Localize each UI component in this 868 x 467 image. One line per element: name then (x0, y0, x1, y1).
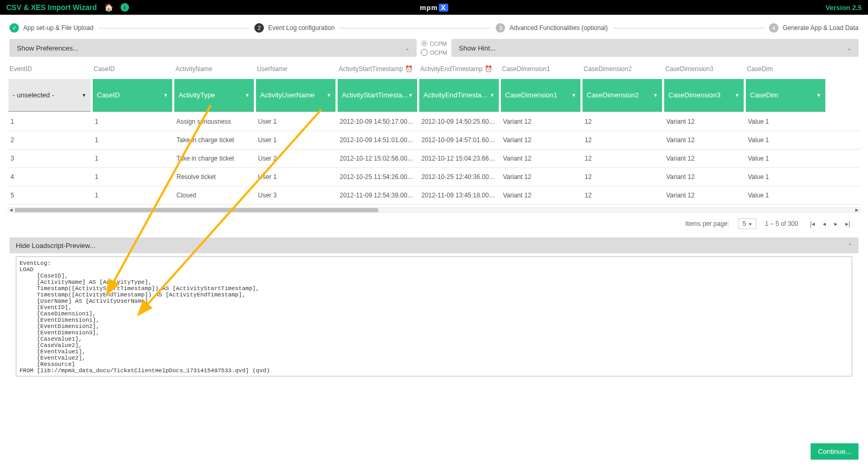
topbar: CSV & XES Import Wizard 🏠 i mpmX Version… (0, 0, 868, 15)
cell: Variant 12 (500, 150, 581, 167)
cell: 12 (581, 168, 663, 186)
cell: 1 (92, 186, 173, 204)
step-2-label: Event Log configuration (268, 24, 334, 32)
table-row: 51ClosedUser 32012-11-09 12:54:39.000000… (7, 186, 861, 205)
chevron-down-icon: ▼ (327, 93, 331, 98)
ocpm-radio[interactable]: OCPM (421, 49, 447, 56)
map-select-start[interactable]: ActivityStartTimesta...▼ (338, 79, 417, 112)
page-range: 1 – 5 of 300 (765, 220, 798, 227)
step-4-label: Generate App & Load Data (783, 24, 859, 32)
map-select-cd3[interactable]: CaseDimension3▼ (664, 79, 744, 112)
step-1-label: App set-up & File Upload (23, 24, 93, 32)
scrollbar-thumb[interactable] (15, 208, 378, 212)
cell: Variant 12 (500, 113, 581, 131)
horizontal-scrollbar[interactable]: ◄ ► (7, 207, 861, 213)
prev-page-icon[interactable]: ◂ (823, 220, 826, 227)
col-cd1: CaseDimension1 (500, 62, 581, 76)
map-select-end[interactable]: ActivityEndTimesta...▼ (419, 79, 499, 112)
col-username: UserName (255, 62, 337, 76)
map-select-activitytype[interactable]: ActivityType▼ (174, 79, 254, 112)
items-per-page-select[interactable]: 5▾ (738, 218, 757, 229)
info-icon[interactable]: i (121, 3, 129, 12)
cell: Variant 12 (663, 131, 745, 149)
show-hint-select[interactable]: Show Hint... ⌄ (451, 39, 859, 57)
cell: 2012-10-09 14:50:17.000000000 (337, 113, 418, 131)
chevron-up-icon: ⌃ (848, 243, 852, 249)
column-headers: EventID CaseID ActivityName UserName Act… (7, 62, 861, 78)
cell: Variant 12 (663, 150, 745, 167)
cell: 1 (92, 168, 173, 186)
step-1[interactable]: ✓App set-up & File Upload (9, 23, 93, 33)
chevron-down-icon: ⌄ (847, 45, 851, 51)
col-caseid: CaseID (92, 62, 173, 76)
show-hint-label: Show Hint... (459, 44, 496, 52)
loadscript-preview[interactable]: EventLog: LOAD [CaseID], [ActivityName] … (16, 256, 852, 376)
cell: 2012-10-09 14:51:01.000000000 (337, 131, 418, 149)
cell: 2012-11-09 13:45:18.000000000 (418, 186, 500, 204)
next-page-icon[interactable]: ▸ (834, 220, 837, 227)
prefs-row: Show Preferences... ⌄ CCPM OCPM Show Hin… (0, 39, 868, 62)
data-rows: 11Assign seriousnessUser 12012-10-09 14:… (7, 113, 861, 205)
table-row: 41Resolve ticketUser 12012-10-25 11:54:2… (7, 168, 861, 186)
loadscript-toggle-label: Hide Loadscript-Preview... (16, 242, 95, 250)
scroll-right-icon[interactable]: ► (854, 207, 860, 213)
chevron-down-icon: ▼ (408, 93, 413, 98)
map-select-cd2[interactable]: CaseDimension2▼ (583, 79, 662, 112)
scroll-left-icon[interactable]: ◄ (8, 207, 14, 213)
cell: User 2 (255, 150, 337, 167)
cell: 1 (7, 113, 92, 131)
step-2-num: 2 (254, 23, 264, 33)
col-activityname: ActivityName (173, 62, 255, 76)
table-row: 21Take in charge ticketUser 12012-10-09 … (7, 131, 861, 150)
step-2[interactable]: 2Event Log configuration (254, 23, 334, 33)
logo-text: mpm (420, 4, 438, 12)
stepper-line (340, 28, 490, 28)
map-select-username[interactable]: ActivityUserName▼ (256, 79, 336, 112)
chevron-down-icon: ▾ (749, 221, 752, 227)
col-cd2: CaseDimension2 (581, 62, 663, 76)
first-page-icon[interactable]: |◂ (810, 220, 815, 227)
cell: Variant 12 (663, 186, 745, 204)
chevron-down-icon: ▼ (163, 93, 168, 98)
show-preferences-select[interactable]: Show Preferences... ⌄ (9, 39, 417, 57)
ccpm-radio[interactable]: CCPM (421, 40, 447, 47)
loadscript-toggle[interactable]: Hide Loadscript-Preview... ⌃ (9, 237, 859, 253)
check-icon: ✓ (9, 23, 19, 33)
cell: 2012-10-25 11:54:26.000000000 (337, 168, 418, 186)
cell: Value 1 (745, 186, 826, 204)
mapping-selects: - unselected -▼ CaseID▼ ActivityType▼ Ac… (7, 78, 861, 113)
stepper: ✓App set-up & File Upload 2Event Log con… (0, 15, 868, 39)
cell: 2 (7, 131, 92, 149)
cell: Value 1 (745, 113, 826, 131)
home-icon[interactable]: 🏠 (104, 3, 113, 12)
step-3[interactable]: 3Advanced Functionalities (optional) (496, 23, 608, 33)
pager: Items per page: 5▾ 1 – 5 of 300 |◂ ◂ ▸ ▸… (0, 213, 868, 234)
cell: 12 (581, 113, 663, 131)
chevron-down-icon: ▼ (653, 93, 658, 98)
chevron-down-icon: ▼ (82, 93, 86, 98)
last-page-icon[interactable]: ▸| (845, 220, 850, 227)
chevron-down-icon: ▼ (571, 93, 576, 98)
col-start: ActivityStartTimestamp⏰ (337, 62, 418, 76)
items-per-page-label: Items per page: (685, 220, 729, 227)
cell: Closed (173, 186, 255, 204)
step-4[interactable]: 4Generate App & Load Data (769, 23, 859, 33)
version-label: Version 2.5 (825, 4, 862, 12)
cell: Variant 12 (663, 168, 745, 186)
map-select-cd4[interactable]: CaseDim▼ (746, 79, 825, 112)
cell: 2012-10-25 12:40:36.000000000 (418, 168, 500, 186)
table-row: 11Assign seriousnessUser 12012-10-09 14:… (7, 113, 861, 131)
table-row: 31Take in charge ticketUser 22012-10-12 … (7, 150, 861, 168)
chevron-down-icon: ▼ (735, 93, 739, 98)
cell: Value 1 (745, 131, 826, 149)
col-eventid: EventID (7, 62, 92, 76)
map-select-cd1[interactable]: CaseDimension1▼ (501, 79, 580, 112)
cell: User 3 (255, 186, 337, 204)
cell: 1 (92, 113, 173, 131)
map-select-caseid[interactable]: CaseID▼ (93, 79, 172, 112)
cell: Take in charge ticket (173, 131, 255, 149)
cell: Value 1 (745, 150, 826, 167)
step-3-num: 3 (496, 23, 505, 33)
map-select-eventid[interactable]: - unselected -▼ (8, 79, 91, 112)
cell: User 1 (255, 113, 337, 131)
